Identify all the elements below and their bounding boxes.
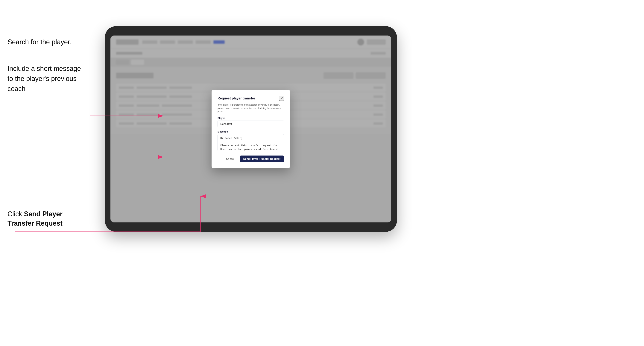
message-label: Message — [218, 130, 284, 133]
tablet-frame: Request player transfer ✕ If the player … — [105, 26, 397, 232]
message-textarea[interactable]: Hi Coach McHarg, Please accept this tran… — [218, 134, 284, 151]
cancel-button[interactable]: Cancel — [223, 156, 238, 162]
tablet-screen: Request player transfer ✕ If the player … — [110, 35, 391, 222]
annotation-step2: Include a short messageto the player's p… — [8, 64, 86, 94]
send-transfer-button[interactable]: Send Player Transfer Request — [240, 156, 284, 162]
modal-header: Request player transfer ✕ — [218, 96, 284, 101]
player-input[interactable] — [218, 121, 284, 127]
modal-overlay: Request player transfer ✕ If the player … — [110, 35, 391, 222]
modal-description: If the player is transferring from anoth… — [218, 103, 284, 113]
modal-close-button[interactable]: ✕ — [279, 96, 284, 101]
modal-footer: Cancel Send Player Transfer Request — [218, 156, 284, 162]
annotation-area: Search for the player. Include a short m… — [0, 0, 108, 346]
annotation-step1: Search for the player. — [8, 37, 72, 47]
request-transfer-modal: Request player transfer ✕ If the player … — [212, 90, 290, 168]
player-label: Player — [218, 117, 284, 119]
annotation-step3: Click Send Player Transfer Request — [8, 209, 86, 228]
modal-title: Request player transfer — [218, 96, 255, 100]
